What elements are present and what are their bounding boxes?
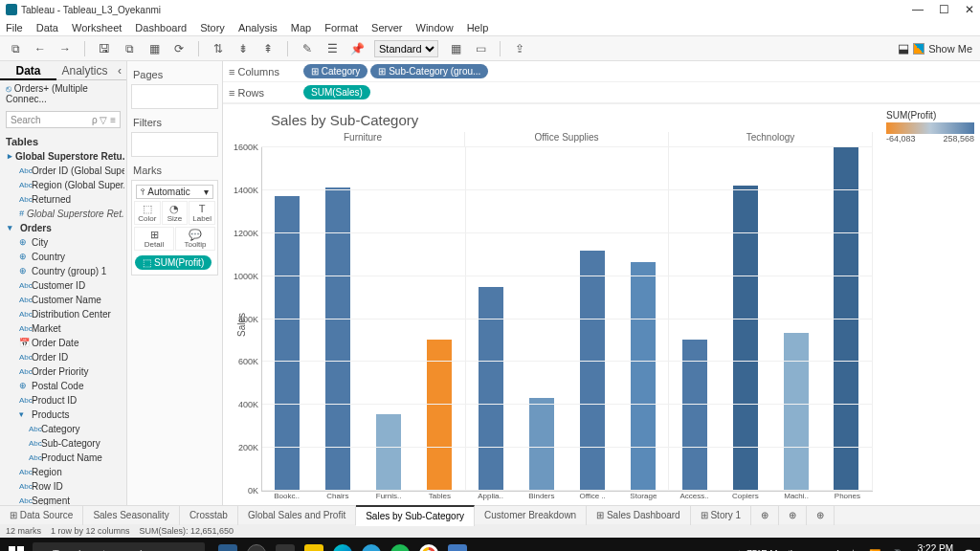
sheet-tab-sales-by-sub-category[interactable]: Sales by Sub-Category (356, 505, 475, 526)
sheet-tab-sales-dashboard[interactable]: ⊞ Sales Dashboard (587, 506, 691, 525)
color-card[interactable]: ⬚Color (134, 201, 161, 225)
pin-button[interactable]: 📌 (349, 41, 365, 56)
menu-help[interactable]: Help (467, 22, 489, 33)
field-order-id-global-supe-[interactable]: AbcOrder ID (Global Supe... (6, 164, 124, 178)
save-button[interactable]: 🖫 (97, 41, 112, 56)
sheet-tab-story-1[interactable]: ⊞ Story 1 (691, 506, 751, 525)
presentation-button[interactable]: ▭ (473, 41, 488, 56)
bar-tables[interactable] (427, 340, 452, 491)
start-button[interactable] (6, 543, 27, 551)
fit-selector[interactable]: Standard (374, 40, 438, 57)
field-orders[interactable]: ▾Orders (6, 221, 124, 235)
field-global-superstore-ret-[interactable]: #Global Superstore Ret... (6, 207, 124, 221)
refresh-button[interactable]: ⟳ (171, 41, 187, 56)
menu-format[interactable]: Format (324, 22, 358, 33)
bar-binders[interactable] (529, 398, 554, 491)
field-segment[interactable]: AbcSegment (6, 494, 124, 505)
new-story-button[interactable]: ⊕ (807, 506, 835, 525)
size-card[interactable]: ◔Size (162, 201, 189, 225)
field-global-superstore-retu-[interactable]: ▸Global Superstore Retu... (6, 149, 124, 164)
collapse-pane-button[interactable]: ‹ (113, 61, 126, 80)
sheet-tab-global-sales-and-profit[interactable]: Global Sales and Profit (238, 506, 356, 525)
bar-chairs[interactable] (325, 187, 350, 491)
forward-button[interactable]: → (57, 41, 73, 56)
taskbar-app-2[interactable] (276, 544, 295, 551)
field-product-id[interactable]: AbcProduct ID (6, 393, 124, 408)
mark-type-selector[interactable]: ⫯ Automatic▾ (136, 185, 213, 199)
field-row-id[interactable]: AbcRow ID (6, 479, 124, 494)
new-sheet-button[interactable]: ▦ (146, 41, 162, 56)
swap-button[interactable]: ⇅ (211, 41, 226, 56)
field-order-date[interactable]: 📅Order Date (6, 336, 124, 350)
field-postal-code[interactable]: ⊕Postal Code (6, 379, 124, 393)
taskbar-app-3[interactable] (448, 544, 467, 551)
color-pill-profit[interactable]: ⬚ SUM(Profit) (135, 255, 212, 270)
field-region-global-super-[interactable]: AbcRegion (Global Super... (6, 178, 124, 192)
row-pill[interactable]: SUM(Sales) (303, 85, 370, 99)
sheet-tab-customer-breakdown[interactable]: Customer Breakdown (475, 506, 587, 525)
tableau-icon[interactable]: ⧉ (8, 41, 23, 56)
bar-access-[interactable] (682, 340, 707, 491)
menu-data[interactable]: Data (36, 22, 58, 33)
task-view-button[interactable] (247, 544, 266, 551)
column-pill[interactable]: ⊞ Category (303, 64, 368, 78)
highlight-button[interactable]: ✎ (300, 41, 315, 56)
tray-clock[interactable]: 3:22 PM11/5/2022 (911, 543, 954, 551)
field-market[interactable]: AbcMarket (6, 321, 124, 336)
menu-map[interactable]: Map (291, 22, 311, 33)
show-me-button[interactable]: ⬓ Show Me (898, 41, 972, 55)
menu-analysis[interactable]: Analysis (238, 22, 278, 33)
cards-button[interactable]: ▦ (448, 41, 463, 56)
new-data-button[interactable]: ⧉ (122, 41, 137, 56)
pages-shelf[interactable] (131, 84, 218, 109)
sort-desc-button[interactable]: ⇞ (260, 41, 276, 56)
field-order-id[interactable]: AbcOrder ID (6, 350, 124, 364)
tab-analytics[interactable]: Analytics (56, 61, 113, 80)
menu-story[interactable]: Story (200, 22, 225, 33)
field-distribution-center[interactable]: AbcDistribution Center (6, 307, 124, 321)
tab-data[interactable]: Data (0, 61, 56, 80)
menu-file[interactable]: File (6, 22, 23, 33)
field-products[interactable]: ▾Products (6, 408, 124, 422)
menu-window[interactable]: Window (416, 22, 454, 33)
bar-storage[interactable] (631, 262, 656, 491)
column-pill[interactable]: ⊞ Sub-Category (grou... (370, 64, 488, 78)
new-dashboard-button[interactable]: ⊕ (779, 506, 807, 525)
taskbar-search[interactable]: ⌕ Type here to search (33, 542, 205, 551)
field-category[interactable]: AbcCategory (6, 422, 124, 436)
field-sub-category[interactable]: AbcSub-Category (6, 436, 124, 451)
search-input[interactable]: Search ρ ▽ ≡ (6, 111, 121, 128)
menu-server[interactable]: Server (371, 22, 402, 33)
telegram-icon[interactable] (362, 544, 381, 551)
menu-dashboard[interactable]: Dashboard (135, 22, 187, 33)
sheet-tab-data-source[interactable]: ⊞ Data Source (0, 506, 83, 525)
filters-shelf[interactable] (131, 132, 218, 157)
sheet-tab-crosstab[interactable]: Crosstab (180, 506, 238, 525)
field-country-group-1[interactable]: ⊕Country (group) 1 (6, 264, 124, 278)
detail-card[interactable]: ⊞Detail (134, 227, 174, 251)
back-button[interactable]: ← (33, 41, 48, 56)
new-sheet-button[interactable]: ⊕ (751, 506, 779, 525)
tooltip-card[interactable]: 💬Tooltip (175, 227, 215, 251)
close-button[interactable]: ✕ (965, 3, 974, 16)
chrome-icon[interactable] (419, 544, 438, 551)
share-button[interactable]: ⇪ (512, 41, 527, 56)
field-product-name[interactable]: AbcProduct Name (6, 451, 124, 465)
field-customer-name[interactable]: AbcCustomer Name (6, 293, 124, 307)
field-country[interactable]: ⊕Country (6, 250, 124, 264)
menu-worksheet[interactable]: Worksheet (72, 22, 122, 33)
field-customer-id[interactable]: AbcCustomer ID (6, 278, 124, 293)
field-region[interactable]: AbcRegion (6, 465, 124, 479)
sheet-tab-sales-seasonality[interactable]: Sales Seasonality (83, 506, 180, 525)
edge-icon[interactable] (333, 544, 352, 551)
bar-office-[interactable] (580, 251, 605, 491)
spotify-icon[interactable] (390, 544, 410, 551)
field-order-priority[interactable]: AbcOrder Priority (6, 364, 124, 379)
field-city[interactable]: ⊕City (6, 235, 124, 250)
field-returned[interactable]: AbcReturned (6, 192, 124, 207)
label-card[interactable]: TLabel (189, 201, 215, 225)
datasource-name[interactable]: ⎋ Orders+ (Multiple Connec... (0, 80, 126, 107)
group-button[interactable]: ☰ (324, 41, 340, 56)
bar-furnis-[interactable] (376, 414, 401, 491)
bar-machi-[interactable] (784, 333, 809, 491)
